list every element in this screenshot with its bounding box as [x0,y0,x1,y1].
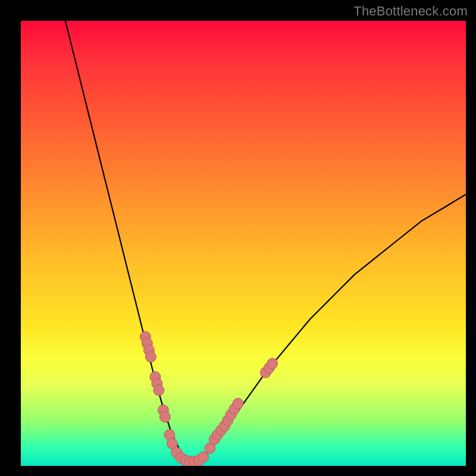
curve-marker [145,352,156,362]
curve-marker [198,452,209,462]
watermark-text: TheBottleneck.com [353,4,468,19]
curve-marker [154,385,164,396]
plot-area [21,21,466,466]
bottleneck-curve-svg [21,21,466,466]
curve-marker [159,412,170,422]
chart-frame: TheBottleneck.com [0,0,476,476]
curve-marker [267,358,278,369]
curve-marker [233,398,243,409]
bottleneck-curve-path [65,21,466,462]
